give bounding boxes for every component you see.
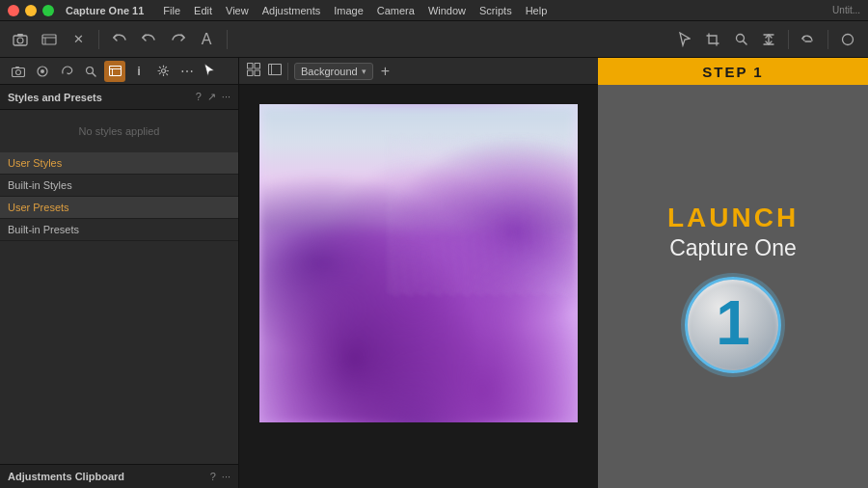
image-viewer[interactable]	[239, 85, 598, 488]
clipboard-title: Adjustments Clipboard	[8, 471, 124, 482]
filmstrip-icon[interactable]	[268, 64, 282, 78]
undo2-icon[interactable]	[136, 27, 161, 52]
panel-expand-icon[interactable]: ↗	[207, 91, 216, 103]
panel-title: Styles and Presets	[8, 92, 102, 103]
transform-tool-icon[interactable]	[756, 27, 781, 52]
user-styles-row[interactable]: User Styles	[0, 152, 238, 175]
center-area: Background ▾ +	[239, 58, 598, 488]
minimize-button[interactable]	[25, 5, 37, 16]
svg-rect-23	[248, 70, 254, 76]
builtin-styles-row[interactable]: Built-in Styles	[0, 175, 238, 197]
app-title: Capture One 11	[66, 5, 144, 16]
product-label: Capture One	[667, 235, 799, 261]
document-name: Untit...	[832, 5, 860, 15]
add-button[interactable]: +	[381, 63, 390, 80]
app-window: Capture One 11 File Edit View Adjustment…	[0, 0, 868, 488]
step-number-circle: 1	[685, 277, 781, 373]
svg-point-11	[16, 69, 21, 74]
cursor-overlay	[203, 63, 216, 80]
second-toolbar: i ⋯	[0, 58, 238, 85]
search2-icon[interactable]	[80, 61, 101, 82]
adjustments-clipboard: Adjustments Clipboard ? ···	[0, 464, 238, 488]
svg-line-16	[93, 72, 96, 76]
menu-help[interactable]: Help	[520, 3, 554, 18]
panel-more-icon[interactable]: ···	[222, 91, 231, 103]
panel-header: Styles and Presets ? ↗ ···	[0, 85, 238, 110]
toolbar-separator-4	[827, 30, 828, 49]
close-icon[interactable]: ✕	[66, 27, 91, 52]
builtin-presets-row[interactable]: Built-in Presets	[0, 219, 238, 241]
center-toolbar: Background ▾ +	[239, 58, 598, 85]
menu-window[interactable]: Window	[422, 3, 472, 18]
layers-icon[interactable]	[37, 27, 62, 52]
tutorial-panel: STEP 1 LAUNCH Capture One 1	[598, 58, 868, 488]
center-toolbar-sep	[287, 63, 288, 80]
menu-image[interactable]: Image	[328, 3, 369, 18]
cursor-tool-icon[interactable]	[672, 27, 697, 52]
panel-help-icon[interactable]: ?	[196, 91, 202, 103]
background-dropdown[interactable]: Background ▾	[294, 63, 373, 80]
user-presets-row[interactable]: User Presets	[0, 197, 238, 219]
tutorial-content: LAUNCH Capture One 1	[667, 203, 799, 373]
svg-rect-2	[17, 34, 23, 37]
clipboard-header: Adjustments Clipboard ? ···	[0, 465, 238, 488]
action-label: LAUNCH	[667, 203, 799, 233]
crop-tool-icon[interactable]	[700, 27, 725, 52]
photo-strands-layer	[387, 136, 578, 295]
main-toolbar: ✕ A	[0, 21, 868, 58]
redo-icon[interactable]	[165, 27, 190, 52]
grid-view-icon[interactable]	[247, 63, 260, 79]
background-label: Background	[301, 66, 358, 77]
undo-icon[interactable]	[107, 27, 132, 52]
maximize-button[interactable]	[42, 5, 54, 16]
more-tools-icon[interactable]: ⋯	[176, 61, 198, 82]
info-icon[interactable]: i	[128, 61, 149, 82]
lasso-icon[interactable]	[56, 61, 77, 82]
svg-rect-10	[13, 68, 25, 76]
menu-view[interactable]: View	[220, 3, 255, 18]
circle-tool-icon[interactable]	[835, 27, 860, 52]
svg-point-14	[41, 69, 44, 73]
rotate-left-icon[interactable]	[796, 27, 821, 52]
menu-adjustments[interactable]: Adjustments	[257, 3, 327, 18]
svg-rect-21	[248, 64, 254, 69]
circle2-icon[interactable]	[32, 61, 53, 82]
traffic-lights	[8, 5, 54, 16]
svg-rect-22	[255, 64, 260, 69]
photo-display	[259, 104, 578, 422]
toolbar-separator-3	[788, 30, 789, 49]
close-button[interactable]	[8, 5, 19, 16]
step-label: STEP 1	[702, 64, 763, 80]
clipboard-help-icon[interactable]: ?	[210, 471, 216, 482]
dropdown-arrow-icon: ▾	[362, 67, 366, 76]
text-icon[interactable]: A	[194, 27, 219, 52]
content-area: i ⋯ Styles and Presets ? ↗ ···	[0, 58, 868, 488]
camera2-icon[interactable]	[8, 61, 29, 82]
menu-scripts[interactable]: Scripts	[474, 3, 518, 18]
step-banner: STEP 1	[598, 58, 868, 85]
gear-icon[interactable]	[152, 61, 174, 82]
menu-edit[interactable]: Edit	[188, 3, 218, 18]
left-panel: i ⋯ Styles and Presets ? ↗ ···	[0, 58, 239, 488]
svg-point-1	[17, 38, 23, 43]
styles-icon[interactable]	[104, 61, 125, 82]
toolbar-separator-1	[98, 30, 99, 49]
svg-rect-25	[269, 65, 282, 75]
menu-bar: Capture One 11 File Edit View Adjustment…	[0, 0, 868, 21]
svg-rect-24	[255, 70, 260, 76]
no-styles-message: No styles applied	[0, 110, 238, 152]
clipboard-more-icon[interactable]: ···	[222, 471, 231, 482]
svg-rect-12	[15, 67, 19, 68]
svg-point-9	[843, 34, 854, 44]
svg-rect-3	[42, 35, 56, 44]
import-icon[interactable]	[8, 27, 33, 52]
svg-point-20	[161, 69, 165, 73]
svg-rect-17	[109, 67, 121, 76]
step-number: 1	[716, 292, 750, 358]
menu-camera[interactable]: Camera	[371, 3, 420, 18]
search-tool-icon[interactable]	[728, 27, 753, 52]
panel-controls: ? ↗ ···	[196, 91, 231, 103]
svg-line-7	[743, 41, 746, 45]
toolbar-separator-2	[227, 30, 228, 49]
menu-file[interactable]: File	[157, 3, 186, 18]
